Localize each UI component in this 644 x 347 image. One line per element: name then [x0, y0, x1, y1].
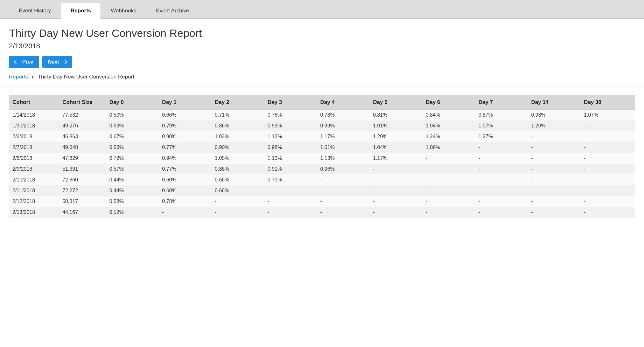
- table-cell: 0.77%: [160, 164, 213, 174]
- table-cell: 0.77%: [160, 142, 213, 153]
- next-button[interactable]: Next: [42, 56, 73, 68]
- breadcrumb-root-link[interactable]: Reports: [9, 74, 28, 80]
- table-cell: 2/6/2018: [9, 131, 60, 142]
- tab-bar: Event History Reports Webhooks Event Arc…: [0, 0, 644, 19]
- table-cell: 0.81%: [371, 110, 424, 121]
- table-cell: 2/10/2018: [9, 174, 60, 185]
- table-cell: 49,648: [60, 142, 107, 153]
- table-cell: -: [582, 196, 635, 207]
- table-cell: -: [477, 153, 529, 164]
- table-cell: 0.66%: [213, 185, 266, 196]
- tab-event-archive[interactable]: Event Archive: [146, 3, 199, 19]
- table-row: 2/6/201846,8630.67%0.90%1.03%1.12%1.17%1…: [9, 131, 635, 142]
- table-cell: -: [371, 185, 424, 196]
- table-header-cell: Cohort: [9, 95, 60, 110]
- table-cell: -: [582, 153, 635, 164]
- table-cell: -: [213, 196, 266, 207]
- tab-webhooks[interactable]: Webhooks: [101, 3, 146, 19]
- table-cell: 0.96%: [318, 164, 371, 174]
- table-cell: 47,829: [60, 153, 107, 164]
- table-header-cell: Day 30: [582, 95, 635, 110]
- table-cell: 0.86%: [213, 120, 266, 131]
- table-cell: 0.52%: [108, 207, 160, 218]
- table-cell: -: [529, 153, 582, 164]
- table-cell: 0.72%: [108, 153, 160, 164]
- table-cell: 1.07%: [582, 110, 635, 121]
- table-cell: -: [266, 185, 318, 196]
- table-cell: -: [266, 196, 318, 207]
- table-cell: 72,272: [60, 185, 107, 196]
- table-cell: -: [582, 207, 635, 218]
- table-header-cell: Day 7: [477, 95, 529, 110]
- table-cell: 44,167: [60, 207, 107, 218]
- table-cell: 0.76%: [266, 110, 318, 121]
- table-cell: 1/30/2018: [9, 120, 60, 131]
- table-header-row: CohortCohort SizeDay 0Day 1Day 2Day 3Day…: [9, 95, 635, 110]
- table-cell: 0.87%: [477, 110, 529, 121]
- table-cell: 1.05%: [213, 153, 266, 164]
- table-cell: 51,391: [60, 164, 107, 174]
- table-cell: 0.59%: [108, 120, 160, 131]
- table-cell: -: [582, 120, 635, 131]
- table-row: 2/13/201844,1670.52%---------: [9, 207, 635, 218]
- table-cell: -: [529, 207, 582, 218]
- table-cell: -: [424, 164, 477, 174]
- table-cell: 0.99%: [318, 120, 371, 131]
- table-cell: 1.10%: [266, 153, 318, 164]
- table-header-cell: Day 3: [266, 95, 318, 110]
- table-cell: -: [477, 174, 529, 185]
- table-cell: -: [582, 185, 635, 196]
- table-cell: 0.98%: [529, 110, 582, 121]
- prev-button[interactable]: Prev: [9, 56, 39, 68]
- table-cell: 1.12%: [266, 131, 318, 142]
- table-cell: 2/9/2018: [9, 164, 60, 174]
- table-row: 2/7/201849,6480.56%0.77%0.90%0.98%1.01%1…: [9, 142, 635, 153]
- table-cell: 77,532: [60, 110, 107, 121]
- table-cell: 0.90%: [160, 131, 213, 142]
- table-cell: 1.07%: [477, 120, 529, 131]
- table-cell: 1.17%: [318, 131, 371, 142]
- table-cell: 1.13%: [318, 153, 371, 164]
- table-cell: 2/8/2018: [9, 153, 60, 164]
- table-cell: 72,860: [60, 174, 107, 185]
- table-header-cell: Day 6: [424, 95, 477, 110]
- table-row: 2/10/201872,8600.44%0.60%0.66%0.70%-----…: [9, 174, 635, 185]
- table-cell: -: [424, 174, 477, 185]
- table-cell: 0.58%: [108, 196, 160, 207]
- table-cell: 0.44%: [108, 185, 160, 196]
- report-date: 2/13/2018: [9, 42, 635, 50]
- table-header-cell: Day 2: [213, 95, 266, 110]
- table-cell: 0.79%: [160, 120, 213, 131]
- table-cell: 0.57%: [108, 164, 160, 174]
- table-header-cell: Day 5: [371, 95, 424, 110]
- table-cell: 2/12/2018: [9, 196, 60, 207]
- table-cell: 0.60%: [160, 185, 213, 196]
- divider: [0, 87, 644, 87]
- table-cell: -: [318, 207, 371, 218]
- table-cell: 0.84%: [424, 110, 477, 121]
- table-cell: -: [318, 196, 371, 207]
- table-row: 2/12/201850,3170.58%0.78%--------: [9, 196, 635, 207]
- table-cell: 0.78%: [318, 110, 371, 121]
- table-cell: 2/13/2018: [9, 207, 60, 218]
- table-cell: 0.60%: [160, 174, 213, 185]
- table-cell: 49,276: [60, 120, 107, 131]
- tab-reports[interactable]: Reports: [61, 3, 101, 19]
- table-cell: 1.03%: [213, 131, 266, 142]
- tab-event-history[interactable]: Event History: [9, 3, 61, 19]
- table-cell: -: [529, 174, 582, 185]
- table-cell: -: [529, 164, 582, 174]
- table-cell: 0.44%: [108, 174, 160, 185]
- breadcrumb-current: Thirty Day New User Conversion Report: [38, 74, 134, 80]
- page-title: Thirty Day New User Conversion Report: [9, 27, 635, 39]
- table-cell: -: [266, 207, 318, 218]
- table-row: 2/8/201847,8290.72%0.94%1.05%1.10%1.13%1…: [9, 153, 635, 164]
- table-cell: 0.71%: [213, 110, 266, 121]
- table-cell: -: [318, 185, 371, 196]
- table-cell: -: [582, 174, 635, 185]
- table-cell: -: [477, 185, 529, 196]
- table-cell: 1.01%: [318, 142, 371, 153]
- table-cell: 0.78%: [160, 196, 213, 207]
- table-cell: 0.50%: [108, 110, 160, 121]
- table-cell: 1.17%: [371, 153, 424, 164]
